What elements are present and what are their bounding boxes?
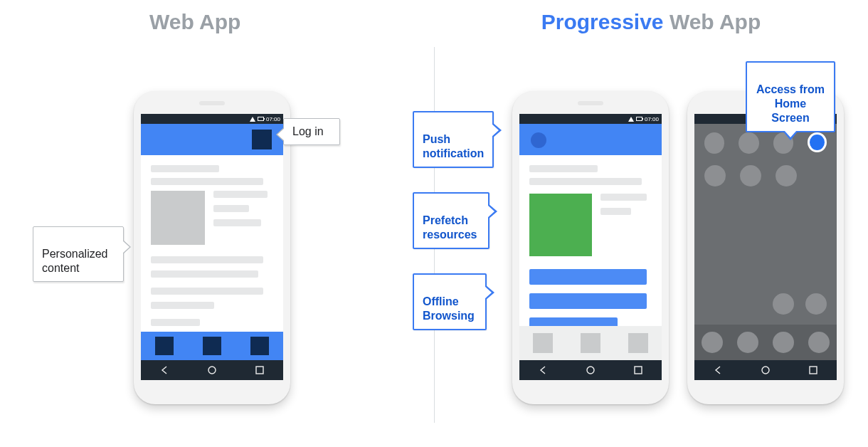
tab-icon [581,333,600,353]
pwa-content [519,155,662,333]
dock-app-icon [773,332,794,353]
battery-icon [258,117,264,121]
push-notification-bar [519,124,662,155]
signal-icon [250,117,255,122]
android-nav-bar [519,360,662,380]
offline-content-block [529,269,647,285]
phone-speaker [578,101,603,105]
svg-point-0 [208,367,216,374]
status-bar: 07:00 [519,114,662,124]
signal-icon [628,117,634,122]
pwa-homescreen-icon [808,132,827,152]
callout-push-notification: Push notification [413,111,494,168]
callout-login: Log in [283,118,340,145]
callout-text: Prefetch resources [423,214,477,241]
battery-icon [636,117,642,121]
app-icon [704,132,724,154]
phone-speaker [199,101,225,105]
back-icon [713,365,723,375]
dock-app-icon [737,332,758,353]
app-icon [805,293,827,315]
recents-icon [633,365,643,375]
back-icon [538,365,548,375]
back-icon [159,365,169,375]
home-icon [207,365,217,375]
status-time: 07:00 [645,116,659,122]
app-icon [773,293,794,315]
app-icon [704,165,726,186]
app-icon [740,165,761,186]
offline-content-block [529,293,647,309]
svg-rect-5 [810,367,817,374]
dock [694,325,837,360]
home-screen: 07:00 [694,114,837,380]
dock-app-icon [702,332,723,353]
pwa-title-rest: Web App [664,10,761,33]
tab-icon [533,333,553,353]
launcher [694,124,837,360]
image-placeholder [151,191,205,245]
home-icon [586,365,596,375]
callout-text: Log in [292,125,324,137]
nav-item-icon [250,337,269,355]
nav-item-icon [155,337,174,355]
android-nav-bar [141,360,283,380]
app-icon [776,165,797,186]
status-time: 07:00 [266,116,280,122]
svg-rect-1 [256,367,263,374]
callout-text: Access from Home Screen [756,83,825,124]
svg-rect-3 [635,367,642,374]
app-icon [739,132,758,154]
pwa-screen: 07:00 [519,114,662,380]
web-app-screen: 07:00 [141,114,283,380]
callout-access-home-screen: Access from Home Screen [746,61,835,132]
pwa-title-accent: Progressive [541,10,664,33]
pwa-phone-app: 07:00 [512,91,669,404]
dock-app-icon [808,332,830,353]
pwa-title: Progressive Web App [434,10,868,34]
callout-text: Personalized content [42,248,108,274]
home-icon [761,365,771,375]
bottom-tab-bar [519,326,662,360]
callout-text: Push notification [423,133,484,159]
web-app-title: Web App [149,10,240,34]
callout-prefetch-resources: Prefetch resources [413,192,489,249]
tab-icon [628,333,648,353]
callout-text: Offline Browsing [423,295,475,322]
push-notification-icon [531,132,546,148]
svg-point-4 [762,367,769,374]
pwa-phone-homescreen: 07:00 [687,91,844,404]
status-bar: 07:00 [141,114,283,124]
android-nav-bar [694,360,837,380]
content-skeleton [141,155,283,326]
diagram-root: Web App 07:00 [0,0,868,447]
pwa-column: Progressive Web App 07:00 [434,0,868,447]
recents-icon [255,365,265,375]
callout-personalized-content: Personalized content [33,226,124,282]
nav-item-icon [203,337,221,355]
bottom-nav [141,332,283,360]
login-avatar-icon [252,130,272,149]
prefetched-image [529,194,592,256]
web-app-column: Web App 07:00 [0,0,434,447]
app-bar [141,124,283,155]
recents-icon [808,365,818,375]
callout-offline-browsing: Offline Browsing [413,273,487,330]
web-app-phone: 07:00 [134,91,290,404]
svg-point-2 [587,367,594,374]
